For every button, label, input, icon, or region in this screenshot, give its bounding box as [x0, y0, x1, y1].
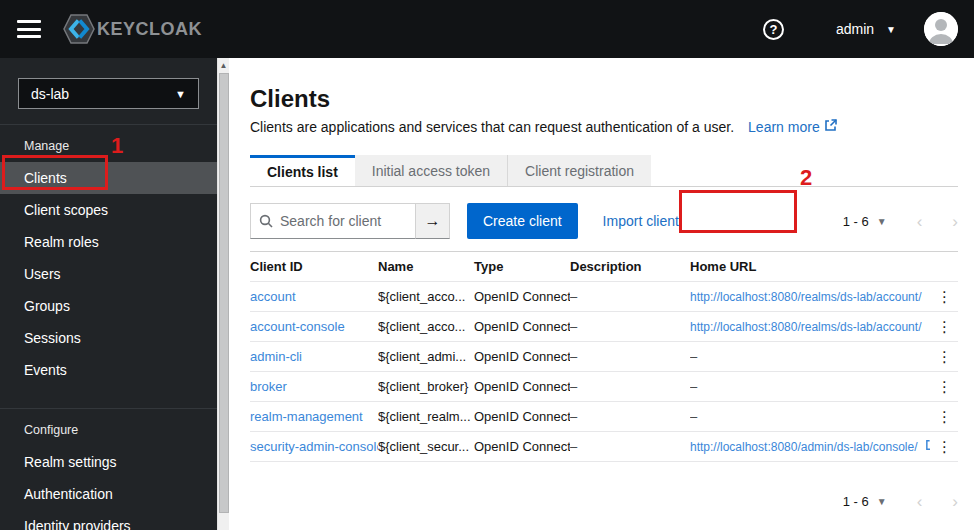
realm-selector[interactable]: ds-lab ▼: [18, 78, 199, 109]
chevron-down-icon: ▼: [886, 24, 896, 35]
sidebar-item-authentication[interactable]: Authentication: [0, 478, 217, 510]
client-id-link[interactable]: account: [250, 289, 296, 304]
column-actions: [930, 252, 958, 282]
client-id-link[interactable]: account-console: [250, 319, 345, 334]
keycloak-logo: KEYCLOAK: [63, 14, 202, 44]
home-url-dash: –: [690, 379, 697, 394]
chevron-down-icon: ▼: [877, 496, 887, 507]
home-url-link[interactable]: http://localhost:8080/admin/ds-lab/conso…: [690, 440, 930, 454]
pagination-range-label: 1 - 6: [843, 494, 869, 509]
column-home-url: Home URL: [690, 252, 930, 282]
kebab-menu-icon[interactable]: ⋮: [937, 318, 952, 336]
search-input[interactable]: [280, 213, 400, 229]
clients-table: Client ID Name Type Description Home URL…: [250, 251, 958, 462]
create-client-button[interactable]: Create client: [467, 203, 578, 239]
home-url-link[interactable]: http://localhost:8080/realms/ds-lab/acco…: [690, 290, 930, 304]
search-icon: [259, 214, 273, 228]
tab-client-registration[interactable]: Client registration: [508, 155, 651, 186]
client-name-cell: ${client_acco...: [378, 312, 474, 342]
table-row: realm-management ${client_realm... OpenI…: [250, 402, 958, 432]
kebab-menu-icon[interactable]: ⋮: [937, 438, 952, 456]
username-label: admin: [836, 21, 874, 37]
client-description-cell: –: [570, 372, 690, 402]
sidebar-item-clients[interactable]: Clients: [0, 162, 217, 194]
sidebar-scrollbar[interactable]: ▲: [217, 58, 229, 530]
client-id-link[interactable]: security-admin-console: [250, 439, 378, 454]
chevron-down-icon: ▼: [877, 216, 887, 227]
client-id-link[interactable]: broker: [250, 379, 287, 394]
sidebar-item-events[interactable]: Events: [0, 354, 217, 386]
learn-more-link[interactable]: Learn more: [748, 119, 837, 135]
pagination-bottom: 1 - 6 ▼ ‹ ›: [843, 493, 958, 510]
client-name-cell: ${client_acco...: [378, 282, 474, 312]
kebab-menu-icon[interactable]: ⋮: [937, 378, 952, 396]
sidebar: ds-lab ▼ Manage Clients Client scopes Re…: [0, 58, 217, 530]
scrollbar-up-arrow-icon[interactable]: ▲: [218, 58, 229, 72]
kebab-menu-icon[interactable]: ⋮: [937, 288, 952, 306]
page-description: Clients are applications and services th…: [250, 119, 734, 135]
tab-clients-list[interactable]: Clients list: [250, 155, 355, 186]
search-submit-button[interactable]: →: [416, 203, 450, 239]
realm-selector-value: ds-lab: [31, 86, 69, 102]
home-url-dash: –: [690, 409, 697, 424]
client-description-cell: –: [570, 342, 690, 372]
sidebar-item-client-scopes[interactable]: Client scopes: [0, 194, 217, 226]
sidebar-item-realm-settings[interactable]: Realm settings: [0, 446, 217, 478]
main-content: Clients Clients are applications and ser…: [229, 58, 974, 530]
pagination-next-button[interactable]: ›: [952, 213, 958, 230]
client-id-link[interactable]: realm-management: [250, 409, 363, 424]
client-type-cell: OpenID Connect: [474, 312, 570, 342]
column-client-id: Client ID: [250, 252, 378, 282]
keycloak-hexagon-icon: [63, 14, 95, 44]
external-link-icon: [824, 119, 837, 135]
help-question-circle-icon[interactable]: ?: [763, 19, 784, 40]
hamburger-menu-icon[interactable]: [17, 20, 41, 38]
table-row: account ${client_acco... OpenID Connect …: [250, 282, 958, 312]
client-description-cell: –: [570, 282, 690, 312]
tab-initial-access-token[interactable]: Initial access token: [355, 155, 508, 186]
client-type-cell: OpenID Connect: [474, 342, 570, 372]
search-box: [250, 203, 416, 239]
table-row: admin-cli ${client_admi... OpenID Connec…: [250, 342, 958, 372]
kebab-menu-icon[interactable]: ⋮: [937, 348, 952, 366]
pagination-range-dropdown[interactable]: 1 - 6 ▼: [843, 494, 887, 509]
home-url-link[interactable]: http://localhost:8080/realms/ds-lab/acco…: [690, 320, 930, 334]
client-name-cell: ${client_broker}: [378, 372, 474, 402]
pagination-range-dropdown[interactable]: 1 - 6 ▼: [843, 214, 887, 229]
scrollbar-thumb[interactable]: [219, 73, 229, 513]
toolbar: → Create client Import client 1 - 6 ▼ ‹ …: [250, 203, 958, 239]
table-row: broker ${client_broker} OpenID Connect –…: [250, 372, 958, 402]
pagination-prev-button[interactable]: ‹: [917, 493, 923, 510]
client-name-cell: ${client_realm...: [378, 402, 474, 432]
pagination-range-label: 1 - 6: [843, 214, 869, 229]
pagination-next-button[interactable]: ›: [952, 493, 958, 510]
import-client-link[interactable]: Import client: [603, 213, 679, 229]
client-name-cell: ${client_secur...: [378, 432, 474, 462]
page-title: Clients: [250, 85, 958, 113]
external-link-icon: [925, 439, 930, 454]
client-type-cell: OpenID Connect: [474, 372, 570, 402]
sidebar-item-users[interactable]: Users: [0, 258, 217, 290]
sidebar-item-identity-providers[interactable]: Identity providers: [0, 510, 217, 530]
client-name-cell: ${client_admi...: [378, 342, 474, 372]
sidebar-item-groups[interactable]: Groups: [0, 290, 217, 322]
sidebar-item-realm-roles[interactable]: Realm roles: [0, 226, 217, 258]
external-link-icon: [929, 319, 930, 334]
client-type-cell: OpenID Connect: [474, 402, 570, 432]
kebab-menu-icon[interactable]: ⋮: [937, 408, 952, 426]
client-type-cell: OpenID Connect: [474, 282, 570, 312]
user-menu[interactable]: admin ▼: [836, 21, 896, 37]
client-id-link[interactable]: admin-cli: [250, 349, 302, 364]
masthead: KEYCLOAK ? admin ▼: [0, 0, 974, 58]
client-description-cell: –: [570, 312, 690, 342]
pagination-top: 1 - 6 ▼ ‹ ›: [843, 213, 958, 230]
pagination-prev-button[interactable]: ‹: [917, 213, 923, 230]
client-type-cell: OpenID Connect: [474, 432, 570, 462]
sidebar-section-manage: Manage: [0, 125, 217, 162]
table-row: account-console ${client_acco... OpenID …: [250, 312, 958, 342]
home-url-text: http://localhost:8080/realms/ds-lab/acco…: [690, 290, 921, 304]
sidebar-item-sessions[interactable]: Sessions: [0, 322, 217, 354]
avatar[interactable]: [924, 12, 958, 46]
home-url-text: http://localhost:8080/admin/ds-lab/conso…: [690, 440, 917, 454]
table-header-row: Client ID Name Type Description Home URL: [250, 252, 958, 282]
